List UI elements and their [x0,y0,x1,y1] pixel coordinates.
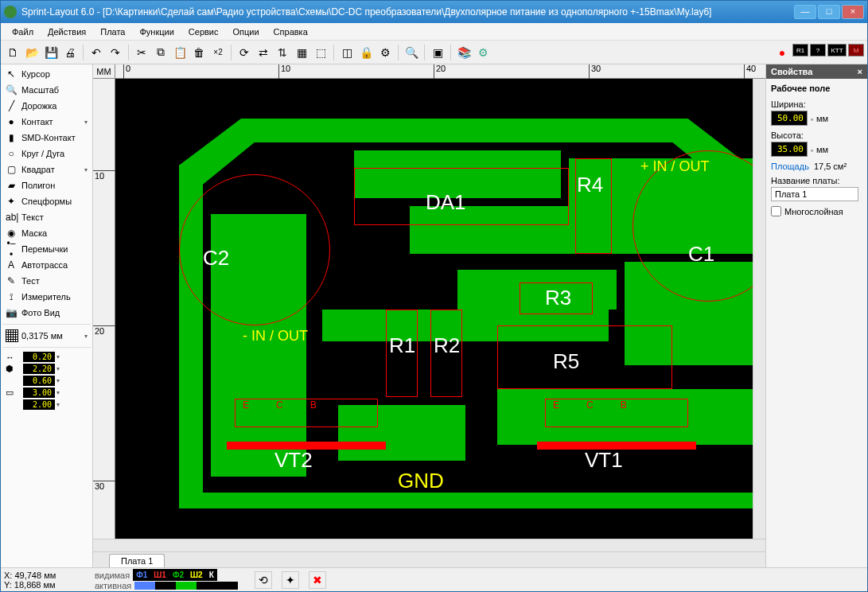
maximize-button[interactable]: □ [818,5,840,19]
multilayer-checkbox[interactable] [771,206,781,216]
menu-Сервис[interactable]: Сервис [182,25,225,38]
vertical-scrollbar[interactable] [753,79,765,539]
m-indicator[interactable]: M [848,44,864,56]
close-button[interactable]: × [842,5,864,19]
label-c2: C2 [203,246,229,271]
tool-Спецформы[interactable]: ✦Спецформы [2,193,91,209]
status-btn1[interactable]: ⟲ [255,571,272,589]
menu-Файл[interactable]: Файл [6,25,40,38]
status-btn2[interactable]: ✦ [282,571,299,589]
ruler-horizontal: MM 010203040 [93,64,765,79]
layer-Ш2[interactable]: Ш2 [187,569,206,581]
tool-icon: ◉ [6,228,17,239]
layer-Ф1[interactable]: Ф1 [133,569,150,581]
param-row[interactable]: ↔0.20▾ [2,351,91,363]
grid-setting[interactable]: 0,3175 мм ▾ [2,328,91,344]
param-row[interactable]: 0.60▾ [2,375,91,387]
label-r4: R4 [577,173,603,197]
tool-Масштаб[interactable]: 🔍Масштаб [2,82,91,98]
layer-Ф2[interactable]: Ф2 [169,569,187,581]
copy-button[interactable]: ⧉ [152,44,169,61]
tool-Перемычки[interactable]: •–•Перемычки [2,241,91,257]
menu-Функции[interactable]: Функции [133,25,180,38]
duplicate-button[interactable]: ×2 [209,44,227,61]
tool-Тест[interactable]: ✎Тест [2,273,91,289]
settings-button[interactable]: ⚙ [474,44,492,61]
area-link[interactable]: Площадь [771,162,809,171]
ktt-indicator[interactable]: KTT [827,44,847,56]
param-row[interactable]: ⬢2.20▾ [2,363,91,375]
paste-button[interactable]: 📋 [171,44,189,61]
active-label: активная [91,581,134,590]
coord-x: X: 49,748 мм [4,571,91,580]
rotate-button[interactable]: ⟳ [235,44,253,61]
tool-Контакт[interactable]: ●Контакт▾ [2,114,91,130]
group-button[interactable]: ⬚ [312,44,329,61]
redo-button[interactable]: ↷ [107,44,124,61]
label-minus-inout: - IN / OUT [243,328,308,345]
undo-button[interactable]: ↶ [88,44,105,61]
tool-Квадрат[interactable]: ▢Квадрат▾ [2,162,91,177]
menu-Плата[interactable]: Плата [94,25,131,38]
status-btn3[interactable]: ✖ [309,571,326,589]
q-indicator[interactable]: ? [810,44,826,56]
menu-Опции[interactable]: Опции [227,25,266,38]
tab-board1[interactable]: Плата 1 [109,554,165,567]
tool-Полигон[interactable]: ▰Полигон [2,177,91,193]
height-input[interactable]: 35.00 [771,142,808,157]
width-spinner[interactable]: ꘎ [810,114,814,123]
tool-icon: 📷 [6,307,17,318]
library-button[interactable]: 📚 [455,44,473,61]
tool-SMD-Контакт[interactable]: ▮SMD-Контакт [2,130,91,146]
save-button[interactable]: 💾 [42,44,60,61]
layer-Ш1[interactable]: Ш1 [150,569,169,581]
layer-К[interactable]: К [206,569,217,581]
tool-icon: ○ [6,148,17,159]
cut-button[interactable]: ✂ [133,44,150,61]
lock-button[interactable]: 🔒 [357,44,375,61]
tool-Автотрасса[interactable]: AАвтотрасса [2,257,91,273]
tool-Круг / Дуга[interactable]: ○Круг / Дуга [2,146,91,162]
align-button[interactable]: ▦ [293,44,310,61]
tool-icon: ⟟ [6,291,17,302]
menu-Справка[interactable]: Справка [267,25,314,38]
props-close-icon[interactable]: × [858,67,862,76]
statusbar: X: 49,748 мм Y: 18,868 мм видимая Ф1Ш1Ф2… [1,567,867,591]
open-button[interactable]: 📂 [23,44,41,61]
menu-Действия[interactable]: Действия [41,25,92,38]
label-da1: DA1 [426,190,466,215]
tool-icon: ✎ [6,275,17,286]
minimize-button[interactable]: — [794,5,816,19]
layer-button[interactable]: ◫ [338,44,356,61]
horizontal-scrollbar[interactable] [93,539,765,551]
boardname-input[interactable] [771,187,858,201]
r1-indicator[interactable]: R1 [792,44,808,56]
tool-icon: ▮ [6,132,17,143]
label-r5: R5 [553,349,579,374]
height-spinner[interactable]: ꘎ [810,145,814,154]
window-title: Sprint-Layout 6.0 - [D:\Картинки\Сделай … [21,6,794,18]
components-button[interactable]: ⚙ [376,44,394,61]
zoom-button[interactable]: 🔍 [403,44,420,61]
width-input[interactable]: 50.00 [771,111,808,126]
tool-Измеритель[interactable]: ⟟Измеритель [2,289,91,305]
mirror-v-button[interactable]: ⇅ [274,44,291,61]
tool-icon: ▰ [6,180,17,191]
tool-Дорожка[interactable]: ╱Дорожка [2,98,91,114]
pcb-viewport[interactable]: C2 DA1 R4 C1 R1 R2 R3 R5 VT2 VT1 + IN / … [115,79,753,539]
new-button[interactable]: 🗋 [4,44,21,61]
mirror-h-button[interactable]: ⇄ [255,44,272,61]
print-button[interactable]: 🖨 [61,44,79,61]
height-label: Высота: [771,130,862,140]
tool-Фото Вид[interactable]: 📷Фото Вид [2,305,91,321]
boardname-label: Название платы: [771,176,862,185]
delete-button[interactable]: 🗑 [190,44,208,61]
record-button[interactable]: ● [773,44,791,61]
tool-Курсор[interactable]: ↖Курсор [2,66,91,82]
param-row[interactable]: 2.00▾ [2,399,91,411]
multilayer-label: Многослойная [784,207,843,216]
board-tabs: Плата 1 [93,551,765,567]
param-row[interactable]: ▭3.00▾ [2,387,91,399]
tool-Текст[interactable]: ab|Текст [2,209,91,225]
select-button[interactable]: ▣ [429,44,446,61]
